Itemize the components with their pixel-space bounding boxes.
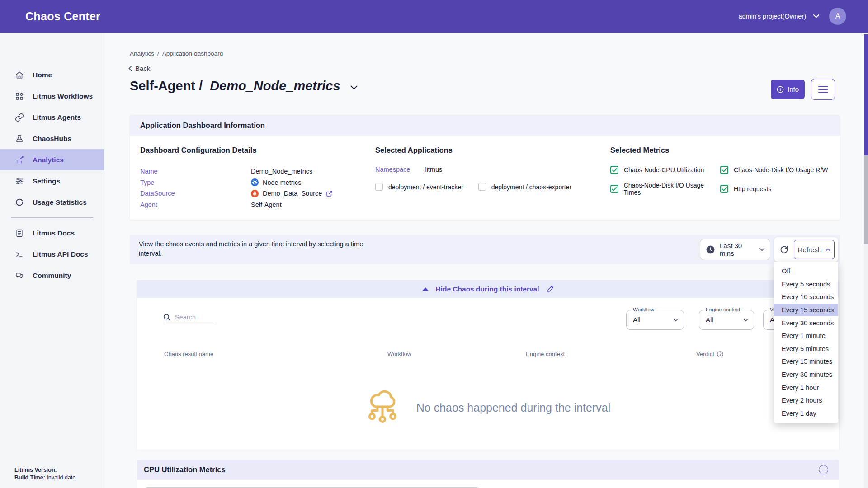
menu-item-off[interactable]: Off <box>774 265 838 278</box>
bar-chart-icon <box>15 155 24 164</box>
hide-chaos-toggle[interactable]: Hide Chaos during this interval <box>137 280 839 298</box>
config-row-agent: Agent Self-Agent <box>140 199 333 211</box>
sidebar-divider <box>11 217 93 218</box>
namespace-row: Namespace litmus <box>375 166 571 173</box>
filter-value: All <box>706 316 713 324</box>
sidebar-item-chaoshubs[interactable]: ChaosHubs <box>0 128 104 149</box>
filter-label: Engine context <box>703 307 742 312</box>
table-header-row: Chaos result name Workflow Engine contex… <box>137 351 839 362</box>
config-row-type: Type Node metrics <box>140 177 333 188</box>
dashboard-menu-button[interactable] <box>811 79 835 100</box>
menu-item-every-15-seconds[interactable]: Every 15 seconds <box>774 304 838 317</box>
sidebar-item-litmus-agents[interactable]: Litmus Agents <box>0 107 104 128</box>
edit-pencil-icon[interactable] <box>546 285 554 293</box>
menu-item-every-1-hour[interactable]: Every 1 hour <box>774 381 838 394</box>
sidebar-item-label: Community <box>33 272 71 280</box>
section-title: Selected Applications <box>375 146 571 155</box>
dashboard-configuration-details: Dashboard Configuration Details Name Dem… <box>140 146 333 210</box>
sidebar-item-analytics[interactable]: Analytics <box>0 149 104 170</box>
breadcrumb-analytics[interactable]: Analytics <box>130 50 154 57</box>
chat-icon <box>15 271 24 280</box>
sidebar-item-litmus-docs[interactable]: Litmus Docs <box>0 222 104 244</box>
info-button[interactable]: Info <box>771 80 805 99</box>
chevron-up-icon <box>826 248 830 251</box>
application-checkbox-chaos-exporter: deployment / chaos-exporter <box>478 183 571 191</box>
menu-item-every-30-seconds[interactable]: Every 30 seconds <box>774 316 838 329</box>
external-link-icon[interactable] <box>326 190 333 197</box>
checkbox-unchecked[interactable] <box>375 183 383 191</box>
metric-checkbox-http-requests: Http requests <box>720 182 828 196</box>
version-label: Litmus Version: <box>14 467 57 473</box>
search-field <box>163 313 217 324</box>
sidebar-item-label: Litmus Workflows <box>33 92 93 100</box>
metric-checkbox-disk-io-times: Chaos-Node-Disk I/O Usage Times <box>610 182 720 196</box>
terminal-icon <box>15 250 24 259</box>
sidebar-item-litmus-api-docs[interactable]: Litmus API Docs <box>0 244 104 265</box>
sidebar-item-label: Litmus API Docs <box>33 250 88 258</box>
checkbox-unchecked[interactable] <box>478 183 486 191</box>
back-label: Back <box>135 65 150 72</box>
scrollbar-thumb[interactable] <box>864 34 868 155</box>
search-icon <box>163 314 170 321</box>
sidebar-item-community[interactable]: Community <box>0 265 104 286</box>
info-circle-icon <box>717 351 723 357</box>
menu-item-every-1-day[interactable]: Every 1 day <box>774 407 838 420</box>
checkbox-checked[interactable] <box>720 166 728 174</box>
cpu-utilization-metrics-body <box>137 480 839 488</box>
config-row-name: Name Demo_Node_metrics <box>140 166 333 177</box>
kubernetes-icon <box>251 178 259 186</box>
menu-item-every-15-minutes[interactable]: Every 15 minutes <box>774 355 838 368</box>
sidebar-item-usage-statistics[interactable]: Usage Statistics <box>0 192 104 213</box>
refresh-now-button[interactable] <box>774 245 794 254</box>
scrollbar-thumb-secondary[interactable] <box>864 155 868 244</box>
sidebar-item-label: Settings <box>33 177 60 185</box>
project-selector[interactable]: admin's project(Owner) <box>739 13 819 20</box>
hamburger-icon <box>818 86 828 87</box>
menu-item-every-10-seconds[interactable]: Every 10 seconds <box>774 291 838 304</box>
selected-applications: Selected Applications Namespace litmus d… <box>375 146 571 191</box>
sidebar-item-litmus-workflows[interactable]: Litmus Workflows <box>0 85 104 107</box>
engine-context-filter-select[interactable]: Engine context All <box>699 310 754 330</box>
version-info: Litmus Version: Build Time: Invalid date <box>14 466 75 482</box>
scrollbar-track[interactable] <box>864 33 868 488</box>
checkbox-checked[interactable] <box>720 185 728 193</box>
chevron-down-icon[interactable] <box>350 85 358 90</box>
sidebar-item-settings[interactable]: Settings <box>0 170 104 192</box>
menu-item-every-30-minutes[interactable]: Every 30 minutes <box>774 368 838 381</box>
panel-title: Application Dashboard Information <box>130 115 840 136</box>
sidebar: Home Litmus Workflows Litmus Agents Chao… <box>0 33 104 488</box>
sidebar-item-label: Usage Statistics <box>33 198 87 206</box>
checkbox-checked[interactable] <box>610 166 618 174</box>
menu-item-every-5-minutes[interactable]: Every 5 minutes <box>774 343 838 356</box>
arc-icon <box>15 198 24 207</box>
sidebar-item-home[interactable]: Home <box>0 64 104 85</box>
workflow-filter-select[interactable]: Workflow All <box>626 310 684 330</box>
refresh-controls: Refresh <box>774 237 838 262</box>
cpu-utilization-metrics-header: CPU Utilization Metrics − <box>137 460 839 480</box>
time-range-select[interactable]: Last 30 mins <box>700 239 770 260</box>
collapse-minus-button[interactable]: − <box>819 465 828 474</box>
prometheus-icon <box>251 190 259 197</box>
chaos-center-app: Chaos Center admin's project(Owner) A Ho… <box>0 0 868 488</box>
breadcrumb: Analytics / Application-dashboard <box>130 50 223 57</box>
menu-item-every-5-seconds[interactable]: Every 5 seconds <box>774 278 838 291</box>
breadcrumb-application-dashboard[interactable]: Application-dashboard <box>162 50 223 57</box>
sliders-icon <box>15 177 24 186</box>
refresh-dropdown-button[interactable]: Refresh <box>794 240 835 259</box>
avatar[interactable]: A <box>829 8 846 25</box>
chevron-down-icon <box>743 319 748 322</box>
search-input[interactable] <box>174 313 215 321</box>
application-checkbox-event-tracker: deployment / event-tracker <box>375 183 463 191</box>
selected-metrics: Selected Metrics Chaos-Node-CPU Utilizat… <box>610 146 828 196</box>
checkbox-checked[interactable] <box>610 185 618 193</box>
column-header-workflow: Workflow <box>387 351 411 357</box>
back-link[interactable]: Back <box>128 65 150 72</box>
workflows-icon <box>15 92 24 101</box>
filter-value: All <box>633 316 641 324</box>
empty-message: No chaos happened during the interval <box>416 401 610 414</box>
menu-item-every-2-hours[interactable]: Every 2 hours <box>774 394 838 407</box>
menu-item-every-1-minute[interactable]: Every 1 minute <box>774 329 838 343</box>
metric-checkbox-cpu-utilization: Chaos-Node-CPU Utilization <box>610 166 720 174</box>
collapse-triangle-icon <box>422 287 429 291</box>
build-time-label: Build Time: <box>14 474 45 481</box>
